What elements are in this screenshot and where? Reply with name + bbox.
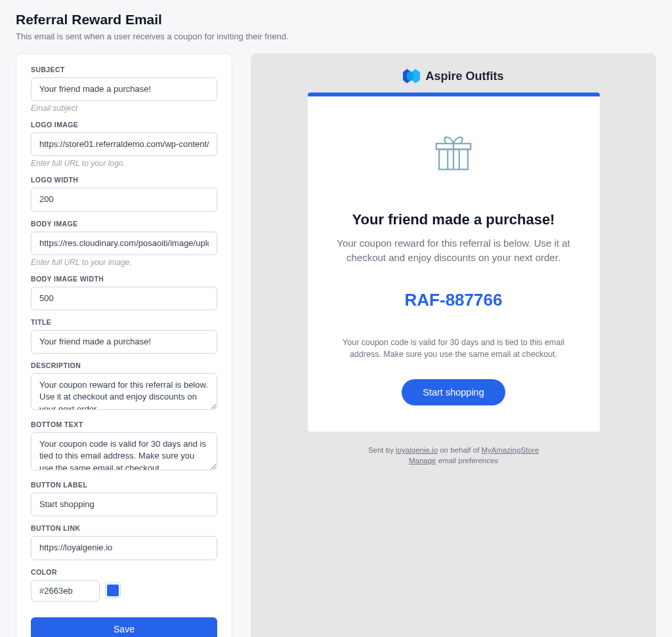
brand-name: Aspire Outfits xyxy=(425,70,503,83)
email-description: Your coupon reward for this referral is … xyxy=(331,236,576,265)
color-swatch-fill xyxy=(107,585,119,596)
email-preview-card: Your friend made a purchase! Your coupon… xyxy=(308,92,600,432)
email-preview-panel: Aspire Outfits Your friend made a purcha… xyxy=(251,53,656,637)
page-title: Referral Reward Email xyxy=(16,12,656,28)
save-button[interactable]: Save xyxy=(31,617,217,638)
gift-icon xyxy=(430,129,476,175)
button-link-input[interactable] xyxy=(31,536,217,560)
color-swatch[interactable] xyxy=(105,583,121,598)
bottom-text-label: BOTTOM TEXT xyxy=(31,421,217,428)
body-image-width-input[interactable] xyxy=(31,287,217,310)
email-body: Your friend made a purchase! Your coupon… xyxy=(308,96,600,432)
logo-image-help: Enter full URL to your logo. xyxy=(31,159,217,168)
footer-manage-link[interactable]: Manage xyxy=(409,457,436,464)
subject-help: Email subject xyxy=(31,104,217,113)
title-label: TITLE xyxy=(31,318,217,326)
brand-logo-icon xyxy=(403,69,420,83)
description-textarea[interactable]: Your coupon reward for this referral is … xyxy=(31,373,217,410)
description-label: DESCRIPTION xyxy=(31,361,217,369)
logo-width-label: LOGO WIDTH xyxy=(31,176,217,184)
logo-image-label: LOGO IMAGE xyxy=(31,121,217,129)
footer-store-link[interactable]: MyAmazingStore xyxy=(482,446,539,454)
footer-sent-by-prefix: Sent by xyxy=(368,446,396,454)
footer-manage-suffix: email preferences xyxy=(436,457,498,464)
page-container: Referral Reward Email This email is sent… xyxy=(0,0,672,637)
button-label-label: BUTTON LABEL xyxy=(31,481,217,489)
body-image-width-label: BODY IMAGE WIDTH xyxy=(31,275,217,283)
button-link-label: BUTTON LINK xyxy=(31,524,217,532)
brand-header: Aspire Outfits xyxy=(403,69,503,83)
email-settings-form: SUBJECT Email subject LOGO IMAGE Enter f… xyxy=(16,53,232,637)
email-footer: Sent by loyalgenie.io on behalf of MyAma… xyxy=(368,446,539,467)
logo-image-input[interactable] xyxy=(31,133,217,156)
button-label-input[interactable] xyxy=(31,493,217,516)
color-input[interactable] xyxy=(31,580,100,602)
body-image-label: BODY IMAGE xyxy=(31,220,217,228)
email-title: Your friend made a purchase! xyxy=(331,211,576,228)
title-input[interactable] xyxy=(31,330,217,354)
footer-sent-by-link[interactable]: loyalgenie.io xyxy=(396,446,438,454)
body-image-input[interactable] xyxy=(31,232,217,255)
email-bottom-text: Your coupon code is valid for 30 days an… xyxy=(331,337,576,361)
page-description: This email is sent when a user receives … xyxy=(16,31,656,41)
bottom-text-textarea[interactable]: Your coupon code is valid for 30 days an… xyxy=(31,432,217,470)
start-shopping-button[interactable]: Start shopping xyxy=(402,379,505,405)
body-image-help: Enter full URL to your image. xyxy=(31,258,217,267)
subject-label: SUBJECT xyxy=(31,66,217,73)
subject-input[interactable] xyxy=(31,77,217,101)
content-row: SUBJECT Email subject LOGO IMAGE Enter f… xyxy=(16,53,656,637)
color-label: COLOR xyxy=(31,568,217,576)
footer-sent-by-mid: on behalf of xyxy=(438,446,482,454)
coupon-code: RAF-887766 xyxy=(331,290,576,310)
logo-width-input[interactable] xyxy=(31,188,217,211)
